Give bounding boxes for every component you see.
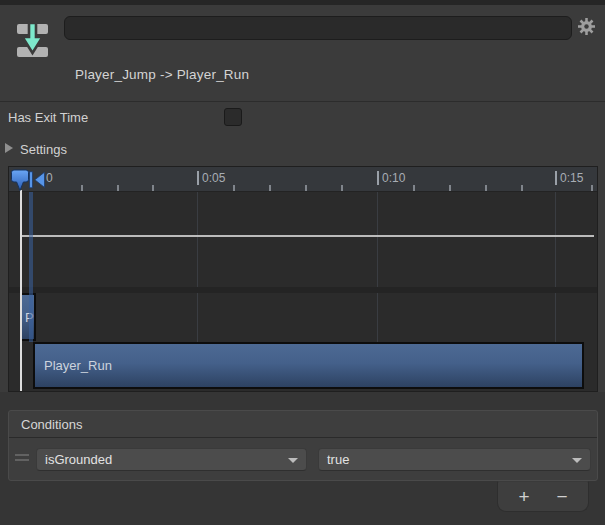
transition-name-field[interactable] — [64, 16, 572, 40]
transition-start-line — [29, 192, 33, 342]
ruler-minor-tick — [233, 185, 235, 191]
ruler-label-0: 0 — [46, 171, 53, 185]
ruler-minor-tick — [152, 185, 154, 191]
header-separator — [0, 101, 605, 102]
transition-marker-icon[interactable] — [29, 171, 47, 193]
ruler-major-tick — [555, 171, 557, 185]
playhead-line — [20, 190, 22, 392]
remove-condition-button[interactable]: − — [548, 486, 576, 508]
clip-label: Player_Run — [44, 358, 112, 373]
clip-row-separator — [9, 287, 597, 293]
add-condition-button[interactable]: + — [510, 486, 538, 508]
playhead-pin-icon[interactable] — [10, 169, 30, 196]
condition-parameter-value: isGrounded — [45, 452, 112, 467]
conditions-list-footer: + − — [497, 481, 589, 512]
timeline-ruler[interactable]: 0 0:05 0:10 0:15 — [9, 167, 597, 192]
clip-bar-player-run[interactable]: Player_Run — [33, 342, 584, 389]
ruler-minor-tick — [81, 185, 83, 191]
ruler-minor-tick — [413, 185, 415, 191]
ruler-minor-tick — [305, 185, 307, 191]
gear-icon[interactable] — [578, 18, 595, 35]
condition-value-dropdown[interactable]: true — [318, 448, 591, 471]
ruler-label-005: 0:05 — [202, 171, 225, 185]
ruler-label-015: 0:15 — [560, 171, 583, 185]
window-top-strip — [0, 0, 605, 5]
ruler-label-010: 0:10 — [382, 171, 405, 185]
ruler-minor-tick — [449, 185, 451, 191]
conditions-box: Conditions isGrounded true — [8, 410, 598, 481]
settings-foldout[interactable]: Settings — [20, 142, 67, 157]
ruler-minor-tick — [485, 185, 487, 191]
blend-curve-line — [20, 235, 594, 237]
has-exit-time-label: Has Exit Time — [8, 110, 88, 125]
dropdown-arrow-icon — [288, 458, 298, 463]
ruler-minor-tick — [117, 185, 119, 191]
dropdown-arrow-icon — [572, 458, 582, 463]
transition-title: Player_Jump -> Player_Run — [75, 67, 249, 82]
foldout-triangle-icon[interactable] — [5, 143, 13, 153]
ruler-minor-tick — [521, 185, 523, 191]
transition-icon — [16, 20, 49, 60]
has-exit-time-checkbox[interactable] — [224, 108, 242, 126]
ruler-major-tick — [197, 171, 199, 185]
transition-inspector: Player_Jump -> Player_Run Has Exit Time … — [0, 0, 605, 525]
conditions-title: Conditions — [21, 417, 82, 432]
clip-bar-player-jump[interactable]: Player_Jump — [20, 293, 36, 341]
drag-handle-icon[interactable] — [15, 454, 29, 464]
condition-parameter-dropdown[interactable]: isGrounded — [36, 448, 307, 471]
condition-value: true — [327, 452, 349, 467]
transition-timeline[interactable]: 0 0:05 0:10 0:15 Player_Jump — [8, 166, 598, 392]
conditions-separator — [9, 437, 597, 438]
ruler-minor-tick — [341, 185, 343, 191]
ruler-minor-tick — [591, 185, 593, 191]
ruler-major-tick — [377, 171, 379, 185]
ruler-minor-tick — [269, 185, 271, 191]
